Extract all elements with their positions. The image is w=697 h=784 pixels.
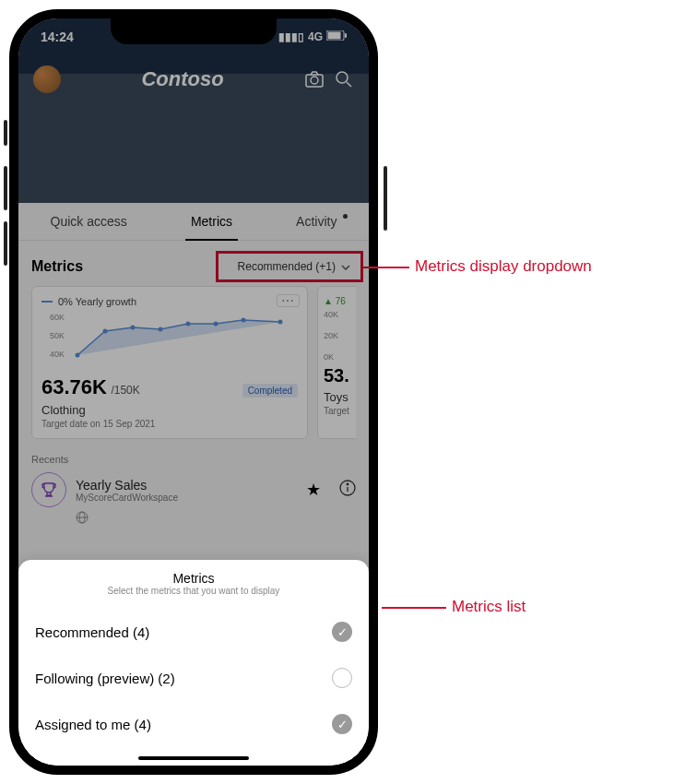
camera-icon[interactable]	[304, 69, 325, 89]
metric-name: Clothing	[41, 403, 298, 417]
star-icon[interactable]: ★	[306, 480, 321, 500]
card-growth-label: 0% Yearly growth	[58, 296, 136, 307]
signal-icon: ▮▮▮▯	[278, 30, 304, 43]
metrics-bottom-sheet: Metrics Select the metrics that you want…	[18, 560, 369, 766]
recent-item[interactable]: Yearly Sales MyScoreCardWorkspace ★	[31, 472, 356, 507]
option-label: Recommended (4)	[35, 624, 149, 640]
metric-value: 63.76K	[41, 375, 107, 398]
section-title-metrics: Metrics	[31, 258, 83, 275]
metric-value-2: 53.	[324, 365, 356, 386]
check-off-icon	[332, 668, 352, 688]
status-time: 14:24	[41, 30, 74, 44]
svg-point-11	[186, 322, 191, 327]
option-assigned[interactable]: Assigned to me (4) ✓	[35, 701, 352, 747]
metric-denom: /150K	[111, 384, 139, 397]
screen: 14:24 ▮▮▮▯ 4G Contoso Qu	[18, 18, 369, 766]
check-icon: ✓	[332, 622, 352, 642]
svg-point-7	[76, 353, 80, 358]
sheet-subtitle: Select the metrics that you want to disp…	[35, 586, 352, 596]
axis-40k: 40K	[50, 350, 65, 359]
callout-text-list: Metrics list	[452, 598, 526, 616]
battery-icon	[326, 30, 347, 43]
axis2-20k: 20K	[324, 331, 356, 340]
search-icon[interactable]	[334, 69, 354, 89]
svg-point-5	[337, 72, 348, 83]
sheet-title: Metrics	[35, 571, 352, 586]
recents-label: Recents	[31, 454, 356, 465]
svg-point-14	[278, 320, 283, 325]
callout-line-1	[363, 267, 409, 268]
recent-subtitle: MyScoreCardWorkspace	[76, 493, 297, 503]
svg-point-12	[214, 322, 219, 327]
metric-target: Target date on 15 Sep 2021	[41, 419, 298, 429]
svg-point-4	[311, 77, 318, 84]
avatar[interactable]	[33, 65, 61, 93]
callout-text-dropdown: Metrics display dropdown	[415, 257, 592, 276]
brand-title: Contoso	[70, 67, 295, 91]
svg-line-6	[347, 82, 351, 87]
trend-up-icon: ▲	[324, 296, 333, 306]
workspace-icon	[76, 511, 356, 528]
recent-title: Yearly Sales	[76, 478, 297, 493]
card2-growth: 76	[336, 296, 346, 306]
svg-rect-2	[345, 33, 347, 38]
svg-point-13	[242, 318, 246, 323]
status-badge: Completed	[242, 384, 298, 398]
check-icon: ✓	[332, 714, 352, 734]
svg-point-17	[347, 483, 348, 485]
axis2-40k: 40K	[324, 310, 356, 319]
axis2-0k: 0K	[324, 352, 356, 362]
home-indicator[interactable]	[138, 756, 249, 760]
option-recommended[interactable]: Recommended (4) ✓	[35, 609, 352, 655]
phone-frame: 14:24 ▮▮▮▯ 4G Contoso Qu	[9, 9, 378, 775]
metric-name-2: Toys	[324, 390, 356, 404]
axis-60k: 60K	[50, 313, 65, 322]
status-icons: ▮▮▮▯ 4G	[278, 30, 347, 43]
tab-quick-access[interactable]: Quick access	[45, 203, 133, 240]
card-more-button[interactable]: ⋯	[277, 294, 300, 307]
trophy-icon	[31, 472, 66, 507]
legend-line-icon	[41, 301, 53, 303]
info-icon[interactable]	[339, 480, 356, 500]
sparkline-chart: 60K 50K 40K	[41, 311, 298, 366]
metric-card-toys[interactable]: ▲ 76 40K 20K 0K 53. Toys Target	[317, 286, 356, 439]
callout-line-2	[382, 607, 446, 609]
axis-50k: 50K	[50, 331, 65, 340]
callout-box-dropdown	[216, 251, 363, 282]
tab-activity[interactable]: Activity	[290, 203, 342, 240]
svg-point-10	[159, 327, 163, 332]
option-label: Following (preview) (2)	[35, 671, 175, 686]
tab-bar: Quick access Metrics Activity	[18, 203, 369, 241]
metric-target-2: Target	[324, 406, 356, 416]
svg-point-8	[103, 329, 108, 334]
option-label: Assigned to me (4)	[35, 717, 151, 732]
network-label: 4G	[308, 30, 323, 43]
svg-rect-1	[328, 32, 341, 40]
option-following[interactable]: Following (preview) (2)	[35, 655, 352, 701]
svg-point-9	[131, 326, 136, 330]
notch	[111, 18, 277, 44]
tab-metrics[interactable]: Metrics	[185, 203, 238, 240]
metric-card-clothing[interactable]: 0% Yearly growth ⋯ 60K 50K 40K	[31, 286, 308, 439]
